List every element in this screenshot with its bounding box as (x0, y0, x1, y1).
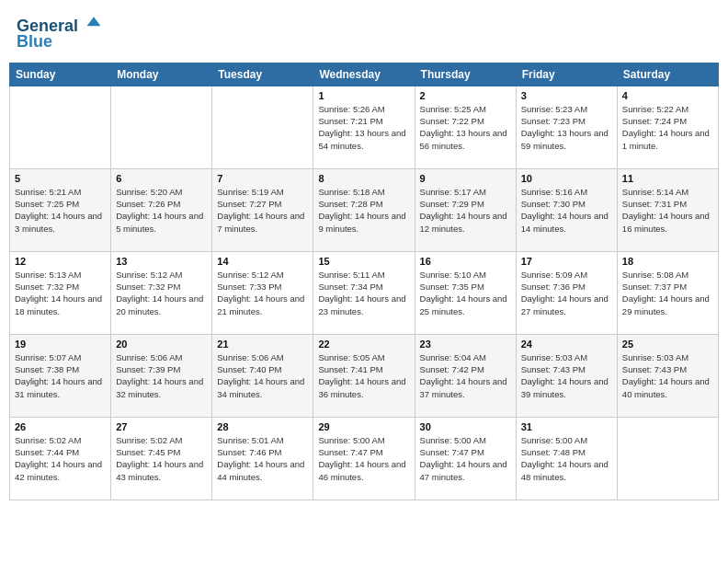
day-number: 25 (622, 339, 713, 350)
calendar-day-cell: 24Sunrise: 5:03 AMSunset: 7:43 PMDayligh… (516, 334, 617, 417)
day-info: Sunrise: 5:21 AMSunset: 7:25 PMDaylight:… (15, 186, 106, 235)
day-number: 24 (521, 339, 612, 350)
calendar-day-cell: 4Sunrise: 5:22 AMSunset: 7:24 PMDaylight… (617, 86, 718, 168)
day-number: 27 (116, 421, 207, 432)
day-info: Sunrise: 5:20 AMSunset: 7:26 PMDaylight:… (116, 186, 207, 235)
day-info: Sunrise: 5:05 AMSunset: 7:41 PMDaylight:… (318, 351, 409, 400)
day-number: 16 (420, 256, 511, 267)
calendar-day-cell: 3Sunrise: 5:23 AMSunset: 7:23 PMDaylight… (516, 86, 617, 168)
calendar-day-cell (10, 86, 111, 168)
day-number: 18 (622, 256, 713, 267)
weekday-header-cell: Tuesday (212, 63, 313, 86)
calendar-week-row: 1Sunrise: 5:26 AMSunset: 7:21 PMDaylight… (10, 86, 719, 168)
day-info: Sunrise: 5:25 AMSunset: 7:22 PMDaylight:… (420, 103, 511, 152)
day-number: 9 (420, 173, 511, 184)
day-info: Sunrise: 5:06 AMSunset: 7:39 PMDaylight:… (116, 351, 207, 400)
day-number: 13 (116, 256, 207, 267)
day-number: 12 (15, 256, 106, 267)
day-number: 5 (15, 173, 106, 184)
day-info: Sunrise: 5:09 AMSunset: 7:36 PMDaylight:… (521, 269, 612, 317)
calendar-day-cell: 27Sunrise: 5:02 AMSunset: 7:45 PMDayligh… (111, 417, 212, 500)
day-number: 8 (318, 173, 409, 184)
calendar-week-row: 19Sunrise: 5:07 AMSunset: 7:38 PMDayligh… (10, 334, 719, 417)
calendar-day-cell: 29Sunrise: 5:00 AMSunset: 7:47 PMDayligh… (313, 417, 415, 500)
day-info: Sunrise: 5:13 AMSunset: 7:32 PMDaylight:… (15, 269, 106, 317)
calendar-day-cell: 30Sunrise: 5:00 AMSunset: 7:47 PMDayligh… (415, 417, 516, 500)
calendar-day-cell: 28Sunrise: 5:01 AMSunset: 7:46 PMDayligh… (212, 417, 313, 500)
calendar-day-cell: 9Sunrise: 5:17 AMSunset: 7:29 PMDaylight… (415, 168, 516, 251)
day-info: Sunrise: 5:18 AMSunset: 7:28 PMDaylight:… (318, 186, 409, 235)
day-info: Sunrise: 5:00 AMSunset: 7:47 PMDaylight:… (318, 434, 409, 483)
calendar-day-cell (111, 86, 212, 168)
calendar-day-cell: 22Sunrise: 5:05 AMSunset: 7:41 PMDayligh… (313, 334, 415, 417)
day-info: Sunrise: 5:03 AMSunset: 7:43 PMDaylight:… (622, 351, 713, 400)
day-number: 28 (217, 421, 308, 432)
calendar-day-cell: 18Sunrise: 5:08 AMSunset: 7:37 PMDayligh… (617, 251, 718, 334)
calendar-day-cell: 5Sunrise: 5:21 AMSunset: 7:25 PMDaylight… (10, 168, 111, 251)
day-number: 22 (318, 339, 409, 350)
calendar-table: SundayMondayTuesdayWednesdayThursdayFrid… (9, 63, 719, 500)
logo: General Blue (17, 13, 103, 52)
day-info: Sunrise: 5:07 AMSunset: 7:38 PMDaylight:… (15, 351, 106, 400)
weekday-header-cell: Thursday (415, 63, 516, 86)
day-number: 15 (318, 256, 409, 267)
weekday-header-cell: Sunday (10, 63, 111, 86)
day-number: 19 (15, 339, 106, 350)
day-number: 17 (521, 256, 612, 267)
weekday-header-cell: Saturday (617, 63, 718, 86)
calendar-day-cell: 11Sunrise: 5:14 AMSunset: 7:31 PMDayligh… (617, 168, 718, 251)
day-number: 4 (622, 90, 713, 101)
calendar-day-cell (617, 417, 718, 500)
day-number: 31 (521, 421, 612, 432)
calendar-day-cell: 6Sunrise: 5:20 AMSunset: 7:26 PMDaylight… (111, 168, 212, 251)
day-info: Sunrise: 5:01 AMSunset: 7:46 PMDaylight:… (217, 434, 308, 483)
calendar-day-cell (212, 86, 313, 168)
day-number: 20 (116, 339, 207, 350)
day-number: 29 (318, 421, 409, 432)
day-number: 3 (521, 90, 612, 101)
day-number: 2 (420, 90, 511, 101)
day-info: Sunrise: 5:08 AMSunset: 7:37 PMDaylight:… (622, 269, 713, 317)
day-info: Sunrise: 5:11 AMSunset: 7:34 PMDaylight:… (318, 269, 409, 317)
calendar-day-cell: 1Sunrise: 5:26 AMSunset: 7:21 PMDaylight… (313, 86, 415, 168)
day-info: Sunrise: 5:14 AMSunset: 7:31 PMDaylight:… (622, 186, 713, 235)
calendar-day-cell: 7Sunrise: 5:19 AMSunset: 7:27 PMDaylight… (212, 168, 313, 251)
day-number: 1 (318, 90, 409, 101)
day-info: Sunrise: 5:02 AMSunset: 7:45 PMDaylight:… (116, 434, 207, 483)
calendar-day-cell: 26Sunrise: 5:02 AMSunset: 7:44 PMDayligh… (10, 417, 111, 500)
day-number: 11 (622, 173, 713, 184)
day-info: Sunrise: 5:19 AMSunset: 7:27 PMDaylight:… (217, 186, 308, 235)
calendar-week-row: 12Sunrise: 5:13 AMSunset: 7:32 PMDayligh… (10, 251, 719, 334)
day-info: Sunrise: 5:26 AMSunset: 7:21 PMDaylight:… (318, 103, 409, 152)
day-info: Sunrise: 5:02 AMSunset: 7:44 PMDaylight:… (15, 434, 106, 483)
day-number: 7 (217, 173, 308, 184)
calendar-week-row: 26Sunrise: 5:02 AMSunset: 7:44 PMDayligh… (10, 417, 719, 500)
calendar-day-cell: 15Sunrise: 5:11 AMSunset: 7:34 PMDayligh… (313, 251, 415, 334)
day-info: Sunrise: 5:06 AMSunset: 7:40 PMDaylight:… (217, 351, 308, 400)
calendar-week-row: 5Sunrise: 5:21 AMSunset: 7:25 PMDaylight… (10, 168, 719, 251)
page-wrapper: General Blue SundayMondayTuesdayWednesda… (9, 9, 719, 500)
calendar-day-cell: 17Sunrise: 5:09 AMSunset: 7:36 PMDayligh… (516, 251, 617, 334)
day-number: 21 (217, 339, 308, 350)
calendar-day-cell: 25Sunrise: 5:03 AMSunset: 7:43 PMDayligh… (617, 334, 718, 417)
day-info: Sunrise: 5:12 AMSunset: 7:32 PMDaylight:… (116, 269, 207, 317)
day-info: Sunrise: 5:23 AMSunset: 7:23 PMDaylight:… (521, 103, 612, 152)
day-info: Sunrise: 5:17 AMSunset: 7:29 PMDaylight:… (420, 186, 511, 235)
weekday-header-row: SundayMondayTuesdayWednesdayThursdayFrid… (10, 63, 719, 86)
calendar-day-cell: 2Sunrise: 5:25 AMSunset: 7:22 PMDaylight… (415, 86, 516, 168)
day-info: Sunrise: 5:00 AMSunset: 7:48 PMDaylight:… (521, 434, 612, 483)
day-number: 23 (420, 339, 511, 350)
day-info: Sunrise: 5:22 AMSunset: 7:24 PMDaylight:… (622, 103, 713, 152)
day-info: Sunrise: 5:12 AMSunset: 7:33 PMDaylight:… (217, 269, 308, 317)
weekday-header-cell: Monday (111, 63, 212, 86)
calendar-day-cell: 16Sunrise: 5:10 AMSunset: 7:35 PMDayligh… (415, 251, 516, 334)
day-info: Sunrise: 5:03 AMSunset: 7:43 PMDaylight:… (521, 351, 612, 400)
day-info: Sunrise: 5:00 AMSunset: 7:47 PMDaylight:… (420, 434, 511, 483)
calendar-day-cell: 31Sunrise: 5:00 AMSunset: 7:48 PMDayligh… (516, 417, 617, 500)
calendar-day-cell: 21Sunrise: 5:06 AMSunset: 7:40 PMDayligh… (212, 334, 313, 417)
weekday-header-cell: Wednesday (313, 63, 415, 86)
weekday-header-cell: Friday (516, 63, 617, 86)
day-number: 10 (521, 173, 612, 184)
calendar-day-cell: 20Sunrise: 5:06 AMSunset: 7:39 PMDayligh… (111, 334, 212, 417)
calendar-day-cell: 19Sunrise: 5:07 AMSunset: 7:38 PMDayligh… (10, 334, 111, 417)
